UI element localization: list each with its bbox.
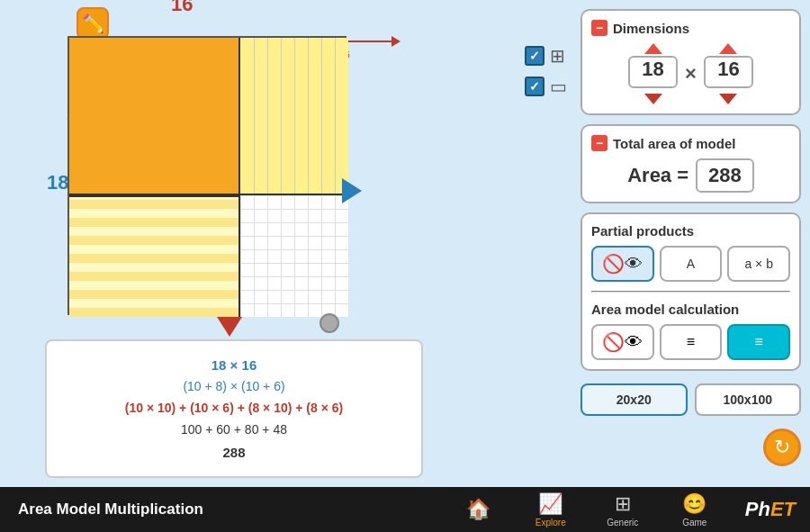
model-grid [68, 36, 346, 315]
top-dimension-label: 16 [171, 0, 193, 16]
app-title: Area Model Multiplication [0, 500, 443, 518]
area-prefix: Area = [627, 164, 688, 187]
dot-handle[interactable] [320, 313, 339, 333]
nav-home[interactable]: 🏠 [443, 487, 515, 532]
nav-game[interactable]: 😊 Game [659, 487, 731, 532]
area-value: 288 [696, 158, 754, 193]
grid-container: 16 18 10 6 10 8 [54, 27, 387, 360]
pp-btn-eye-crossed[interactable]: 🚫👁 [591, 246, 654, 282]
dimensions-collapse-btn[interactable]: − [591, 20, 608, 36]
area-checkbox[interactable]: ✓ [525, 77, 544, 96]
grid-checkbox[interactable]: ✓ [525, 46, 544, 66]
area-calc-title: Area model calculation [591, 302, 739, 317]
cb-row-area: ✓ ▭ [525, 76, 567, 97]
left-dimension-label: 18 [47, 171, 68, 194]
calc-line2: (10 + 8) × (10 + 6) [56, 376, 412, 398]
checkbox-area: ✓ ⊞ ✓ ▭ [525, 45, 567, 106]
total-area-title: Total area of model [613, 136, 735, 151]
calc-eye-icon: 🚫👁 [602, 331, 643, 353]
dim1-up-arrow[interactable] [644, 43, 662, 54]
calc-line3: (10 × 10) + (10 × 6) + (8 × 10) + (8 × 6… [56, 398, 412, 419]
calc-btn-lines-active[interactable]: ≡ [727, 324, 790, 360]
calc-btn-lines[interactable]: ≡ [660, 324, 723, 360]
dim1-down-arrow[interactable] [644, 94, 662, 104]
partial-products-buttons: 🚫👁 A a × b [591, 246, 790, 282]
calc-lines-icon: ≡ [687, 334, 695, 350]
refresh-button[interactable]: ↻ [763, 428, 801, 466]
explore-label: Explore [536, 518, 566, 527]
calc-line5: 288 [56, 441, 412, 464]
grid-icon: ⊞ [550, 45, 565, 67]
total-area-collapse-btn[interactable]: − [591, 135, 608, 151]
game-icon: 😊 [682, 492, 706, 516]
dim-spinbox-2: 16 [704, 43, 753, 104]
calculation-box: 18 × 16 (10 + 8) × (10 + 6) (10 × 10) + … [45, 339, 423, 478]
calc-btn-eye-crossed[interactable]: 🚫👁 [591, 324, 654, 360]
partial-products-title: Partial products [591, 223, 694, 239]
cb-row-grid: ✓ ⊞ [525, 45, 567, 67]
game-label: Game [682, 518, 706, 527]
dim2-value[interactable]: 16 [704, 56, 753, 88]
left-panel: ✏️ 16 18 10 6 [0, 0, 576, 487]
calc-line1: 18 × 16 [56, 354, 412, 377]
dimensions-card-header: − Dimensions [591, 20, 790, 36]
size-btn-row: 20x20 100x100 [580, 383, 801, 416]
calc-lines-active-icon: ≡ [755, 334, 763, 350]
down-arrow-handle[interactable] [217, 317, 242, 337]
partial-products-card: Partial products 🚫👁 A a × b Area model c… [580, 212, 801, 371]
area-calc-header: Area model calculation [591, 302, 790, 317]
quadrant-bottom-left [69, 195, 240, 317]
dimensions-card: − Dimensions 18 × 16 [580, 9, 801, 115]
right-arrow-handle[interactable] [342, 178, 362, 203]
bottom-nav: Area Model Multiplication 🏠 📈 Explore ⊞ … [0, 487, 810, 532]
nav-icons: 🏠 📈 Explore ⊞ Generic 😊 Game [443, 487, 731, 532]
eye-crossed-icon: 🚫👁 [602, 253, 643, 275]
pp-btn-axb[interactable]: a × b [727, 246, 790, 282]
dimensions-title: Dimensions [613, 21, 689, 36]
pp-axb-label: a × b [744, 257, 773, 271]
total-area-header: − Total area of model [591, 135, 790, 151]
refresh-container: ↻ [580, 428, 801, 466]
dim2-down-arrow[interactable] [719, 94, 737, 104]
times-symbol: × [685, 62, 697, 86]
dim-spinbox-1: 18 [628, 43, 678, 104]
dimensions-row: 18 × 16 [591, 43, 790, 104]
size-btn-100x100[interactable]: 100x100 [695, 383, 802, 416]
size-btn-20x20[interactable]: 20x20 [580, 383, 688, 416]
generic-icon: ⊞ [615, 492, 631, 516]
explore-icon: 📈 [538, 492, 562, 516]
pp-btn-a[interactable]: A [660, 246, 723, 282]
dim1-value[interactable]: 18 [628, 56, 678, 88]
partial-products-header: Partial products [591, 223, 790, 239]
quadrant-top-left [69, 38, 240, 195]
generic-label: Generic [607, 518, 638, 527]
area-calc-buttons: 🚫👁 ≡ ≡ [591, 324, 790, 360]
pp-a-label: A [687, 257, 695, 271]
nav-generic[interactable]: ⊞ Generic [587, 487, 659, 532]
right-panel: − Dimensions 18 × 16 − T [576, 0, 810, 487]
quadrant-top-right [240, 38, 348, 195]
area-row: Area = 288 [591, 158, 790, 193]
quadrant-bottom-right [240, 195, 348, 317]
phet-logo: PhET [731, 498, 810, 521]
dim2-up-arrow[interactable] [719, 43, 737, 54]
total-area-card: − Total area of model Area = 288 [580, 124, 801, 203]
home-icon: 🏠 [466, 498, 490, 521]
nav-explore[interactable]: 📈 Explore [515, 487, 587, 532]
area-icon: ▭ [550, 76, 567, 97]
calc-line4: 100 + 60 + 80 + 48 [56, 419, 412, 441]
